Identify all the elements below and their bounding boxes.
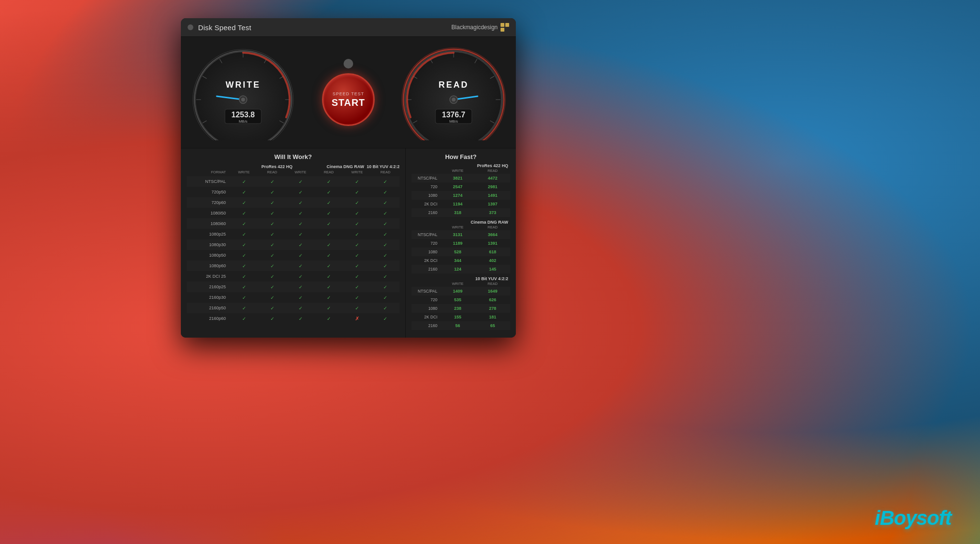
check-cell: ✓	[371, 306, 400, 311]
will-it-work-table: Will It Work? ProRes 422 HQ Cinema DNG R…	[181, 148, 406, 338]
check-cell: ✓	[230, 253, 258, 258]
table-row: 2160124145	[412, 265, 510, 273]
check-cell: ✓	[230, 232, 258, 237]
read-value: 278	[475, 306, 510, 311]
check-cell: ✓	[315, 211, 343, 216]
row-label: 720p50	[187, 190, 230, 194]
row-label: 2160p30	[187, 295, 230, 300]
read-value: 1397	[475, 202, 510, 206]
check-cell: ✓	[230, 211, 258, 216]
check-cell: ✓	[258, 295, 286, 300]
check-cell: ✓	[315, 316, 343, 321]
col-header-prores: ProRes 422 HQ	[230, 164, 324, 169]
row-label: NTSC/PAL	[412, 289, 440, 294]
write-header: WRITE	[440, 282, 475, 286]
write-value: 318	[440, 210, 475, 215]
read-gauge: READ 1376.7 MB/s	[401, 45, 506, 140]
row-label: 2160p25	[187, 284, 230, 289]
row-label: 1080	[412, 193, 440, 198]
row-label: 2160p50	[187, 306, 230, 310]
check-cell: ✓	[343, 274, 371, 279]
check-cell: ✓	[230, 221, 258, 227]
table-row: 2K DCI 25✓✓✓✓✓✓	[187, 271, 400, 282]
check-cell: ✓	[286, 316, 314, 321]
close-button[interactable]	[188, 24, 193, 30]
row-label: NTSC/PAL	[412, 176, 440, 181]
check-cell: ✓	[315, 263, 343, 269]
start-button-main-label: START	[332, 97, 365, 108]
check-cell: ✓	[315, 179, 343, 184]
row-label: 2K DCI	[412, 258, 440, 263]
check-cell: ✓	[230, 242, 258, 248]
svg-text:MB/s: MB/s	[449, 119, 458, 124]
write-value: 155	[440, 315, 475, 319]
write-header: WRITE	[440, 225, 475, 229]
speed-test-start-button[interactable]: SPEED TEST START	[322, 73, 375, 126]
titlebar-left: Disk Speed Test	[188, 23, 251, 32]
row-label: 2160	[412, 267, 440, 272]
table-row: 720p60✓✓✓✓✓✓	[187, 197, 400, 208]
check-cell: ✓	[286, 263, 314, 269]
read-value: 181	[475, 315, 510, 319]
check-cell: ✓	[258, 316, 286, 321]
read-value: 4472	[475, 176, 510, 181]
check-cell: ✓	[343, 190, 371, 195]
row-label: 720	[412, 241, 440, 246]
svg-point-15	[241, 98, 245, 102]
write-value: 124	[440, 267, 475, 272]
read-value: 3664	[475, 232, 510, 237]
check-cell: ✓	[258, 242, 286, 248]
group-title: 10 Bit YUV 4:2:2	[412, 276, 510, 281]
write-gauge-svg: WRITE 1253.8 MB/s	[190, 45, 296, 140]
read-value: 65	[475, 323, 510, 328]
check-cell: ✓	[286, 211, 314, 216]
row-label: NTSC/PAL	[412, 232, 440, 237]
write-value: 1194	[440, 202, 475, 206]
app-window: Disk Speed Test Blackmagicdesign	[181, 18, 516, 338]
write-value: 56	[440, 323, 475, 328]
row-label: 720	[412, 297, 440, 302]
check-cell: ✓	[258, 221, 286, 227]
row-label: 1080i50	[187, 211, 230, 215]
row-label: 1080p60	[187, 263, 230, 268]
empty-header	[187, 164, 230, 169]
how-fast-table: How Fast? ProRes 422 HQWRITEREADNTSC/PAL…	[406, 148, 516, 338]
brand-logo: Blackmagicdesign	[451, 23, 509, 32]
row-label: 1080p50	[187, 253, 230, 258]
row-label: 1080	[412, 249, 440, 254]
table-row: 2K DCI11941397	[412, 200, 510, 208]
table-row: NTSC/PAL✓✓✓✓✓✓	[187, 176, 400, 187]
check-cell: ✓	[286, 295, 314, 300]
row-label: 720p60	[187, 200, 230, 205]
check-cell: ✓	[371, 242, 400, 248]
check-cell: ✓	[258, 306, 286, 311]
check-cell: ✓	[286, 284, 314, 290]
write-value: 1274	[440, 193, 475, 198]
brand-square-4	[505, 28, 509, 32]
write-value: 2547	[440, 184, 475, 189]
table-row: 1080p25✓✓✓✓✓✓	[187, 229, 400, 239]
check-cell: ✓	[343, 306, 371, 311]
start-button-top-label: SPEED TEST	[333, 91, 364, 96]
start-button-section: SPEED TEST START	[322, 59, 375, 126]
write-value: 535	[440, 297, 475, 302]
check-cell: ✓	[315, 221, 343, 227]
check-cell: ✓	[230, 263, 258, 269]
table-row: 2160318373	[412, 208, 510, 217]
read-header: READ	[475, 225, 510, 229]
group-sub-headers: WRITEREAD	[412, 169, 510, 173]
sh-read3: READ	[371, 170, 400, 174]
check-cell: ✓	[286, 306, 314, 311]
brand-square-3	[501, 28, 504, 32]
table-row: 2160p25✓✓✓✓✓✓	[187, 282, 400, 292]
check-cell: ✓	[286, 242, 314, 248]
col-header-cinema: Cinema DNG RAW	[319, 164, 371, 169]
check-cell: ✓	[371, 253, 400, 258]
settings-icon[interactable]	[344, 59, 353, 68]
how-fast-groups: ProRes 422 HQWRITEREADNTSC/PAL3821447272…	[412, 163, 510, 330]
sub-headers: FORMAT WRITE READ WRITE READ WRITE READ	[187, 170, 400, 174]
format-label: FORMAT	[187, 170, 230, 174]
read-header: READ	[475, 169, 510, 173]
check-cell: ✓	[315, 200, 343, 205]
check-cell: ✓	[371, 200, 400, 205]
